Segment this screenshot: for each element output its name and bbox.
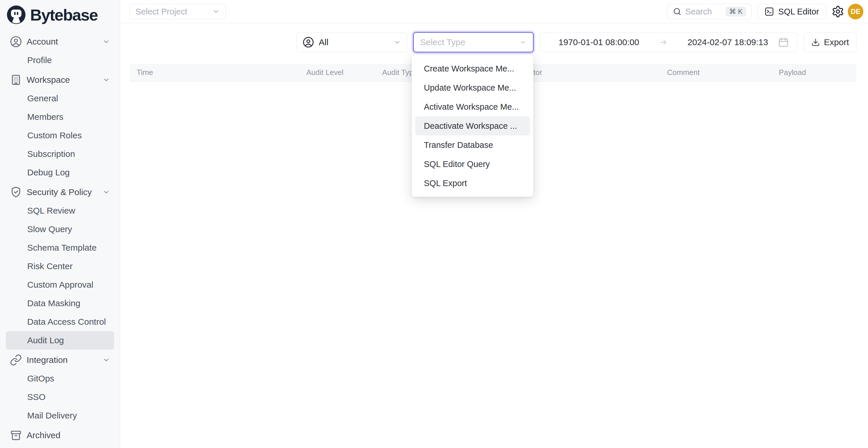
shield-check-icon (10, 186, 22, 198)
sidebar-item-label: Subscription (27, 149, 75, 159)
search-icon (673, 7, 682, 16)
calendar-icon (778, 37, 789, 48)
sidebar-item-label: Custom Roles (27, 130, 82, 140)
sidebar-item-label: Custom Approval (27, 280, 93, 290)
bytebase-logo[interactable]: Bytebase (0, 0, 120, 25)
audit-type-dropdown-menu: Create Workspace Me...Update Workspace M… (412, 55, 533, 197)
date-to-value[interactable]: 2024-02-07 18:09:13 (687, 37, 768, 47)
sidebar-item-general[interactable]: General (6, 89, 114, 108)
sidebar-item-members[interactable]: Members (6, 108, 114, 126)
sidebar-item-label: Archived (27, 430, 61, 440)
export-label: Export (824, 37, 849, 47)
audit-type-placeholder: Select Type (420, 37, 465, 47)
project-select-placeholder: Select Project (135, 7, 187, 17)
search-shortcut-badge: ⌘ K (725, 7, 746, 17)
chevron-down-icon (102, 76, 110, 84)
chevron-down-icon (102, 188, 110, 196)
sql-editor-button[interactable]: SQL Editor (757, 4, 826, 20)
avatar[interactable]: DE (848, 4, 863, 20)
actor-filter-select[interactable]: All (297, 32, 407, 52)
menu-item-update-workspace-me[interactable]: Update Workspace Me... (415, 78, 530, 97)
sidebar-item-security-policy[interactable]: Security & Policy (6, 183, 114, 201)
col-header-audit-level: Audit Level (301, 68, 376, 77)
avatar-initials: DE (850, 7, 860, 15)
sidebar-item-subscription[interactable]: Subscription (6, 145, 114, 163)
sidebar-item-label: Audit Log (27, 335, 64, 345)
user-circle-icon (303, 36, 314, 48)
sidebar-nav: AccountProfileWorkspaceGeneralMembersCus… (0, 32, 120, 445)
user-circle-icon (10, 36, 22, 48)
menu-item-create-workspace-me[interactable]: Create Workspace Me... (415, 59, 530, 78)
sidebar-item-label: Slow Query (27, 224, 72, 234)
sidebar-item-label: Workspace (27, 75, 70, 85)
sidebar-item-label: GitOps (27, 374, 54, 383)
sidebar-item-label: Data Masking (27, 298, 80, 308)
sidebar-item-profile[interactable]: Profile (6, 51, 114, 69)
terminal-icon (764, 7, 774, 17)
col-header-payload: Payload (771, 68, 857, 77)
sidebar-item-label: Risk Center (27, 261, 73, 271)
arrow-right-icon (659, 38, 668, 46)
col-header-comment: Comment (663, 68, 771, 77)
chevron-down-icon (394, 38, 401, 46)
sidebar-item-archived[interactable]: Archived (6, 426, 114, 445)
sidebar-item-sql-review[interactable]: SQL Review (6, 201, 114, 220)
bytebase-logo-icon (7, 5, 26, 24)
chevron-down-icon (212, 8, 220, 15)
sidebar-item-label: General (27, 94, 58, 103)
archive-icon (10, 429, 22, 441)
building-icon (10, 74, 22, 86)
sidebar-item-label: SSO (27, 392, 45, 402)
sidebar-item-label: Mail Delivery (27, 411, 77, 420)
menu-item-sql-editor-query[interactable]: SQL Editor Query (415, 155, 530, 174)
menu-item-transfer-database[interactable]: Transfer Database (415, 135, 530, 155)
export-button[interactable]: Export (804, 32, 857, 52)
sidebar-item-label: Security & Policy (27, 187, 92, 197)
logo-wordmark: Bytebase (30, 5, 98, 24)
sidebar-item-account[interactable]: Account (6, 32, 114, 51)
sidebar-item-risk-center[interactable]: Risk Center (6, 257, 114, 276)
gear-icon[interactable] (832, 5, 844, 18)
sidebar-item-audit-log[interactable]: Audit Log (6, 331, 114, 350)
sidebar: Bytebase AccountProfileWorkspaceGeneralM… (0, 0, 120, 448)
sidebar-item-data-access-control[interactable]: Data Access Control (6, 313, 114, 331)
menu-item-sql-export[interactable]: SQL Export (415, 174, 530, 193)
sidebar-item-workspace[interactable]: Workspace (6, 71, 114, 89)
search-placeholder: Search (685, 7, 712, 17)
sidebar-item-custom-roles[interactable]: Custom Roles (6, 126, 114, 145)
sidebar-item-sso[interactable]: SSO (6, 388, 114, 406)
sidebar-item-label: Debug Log (27, 167, 70, 178)
menu-item-activate-workspace-me[interactable]: Activate Workspace Me... (415, 97, 530, 116)
date-from-value[interactable]: 1970-01-01 08:00:00 (558, 37, 639, 47)
menu-item-deactivate-workspace[interactable]: Deactivate Workspace ... (415, 116, 530, 135)
download-icon (811, 38, 820, 46)
sidebar-item-label: Profile (27, 55, 52, 65)
sidebar-item-integration[interactable]: Integration (6, 351, 114, 369)
topbar: Select Project Search ⌘ K SQL Editor DE (120, 0, 868, 23)
sidebar-item-gitops[interactable]: GitOps (6, 369, 114, 388)
sidebar-item-label: Integration (27, 355, 68, 365)
project-select[interactable]: Select Project (129, 4, 226, 20)
sql-editor-label: SQL Editor (778, 7, 819, 17)
search-input[interactable]: Search ⌘ K (667, 4, 752, 20)
link-icon (10, 354, 22, 366)
sidebar-item-data-masking[interactable]: Data Masking (6, 294, 114, 313)
audit-type-filter-select[interactable]: Select Type (413, 32, 534, 53)
sidebar-item-label: Schema Template (27, 243, 97, 253)
actor-filter-value: All (319, 37, 328, 47)
sidebar-item-slow-query[interactable]: Slow Query (6, 220, 114, 238)
sidebar-item-mail-delivery[interactable]: Mail Delivery (6, 406, 114, 425)
col-header-actor: Actor (518, 68, 663, 77)
sidebar-item-label: SQL Review (27, 206, 75, 216)
date-range-picker[interactable]: 1970-01-01 08:00:00 2024-02-07 18:09:13 (540, 32, 797, 52)
chevron-down-icon (102, 38, 110, 45)
chevron-down-icon (102, 356, 110, 364)
sidebar-item-label: Members (27, 112, 63, 122)
sidebar-item-custom-approval[interactable]: Custom Approval (6, 276, 114, 294)
sidebar-item-label: Account (27, 37, 58, 46)
sidebar-item-debug-log[interactable]: Debug Log (6, 163, 114, 182)
col-header-time: Time (130, 68, 301, 77)
sidebar-item-schema-template[interactable]: Schema Template (6, 238, 114, 257)
chevron-down-icon (519, 38, 527, 46)
sidebar-item-label: Data Access Control (27, 317, 106, 327)
